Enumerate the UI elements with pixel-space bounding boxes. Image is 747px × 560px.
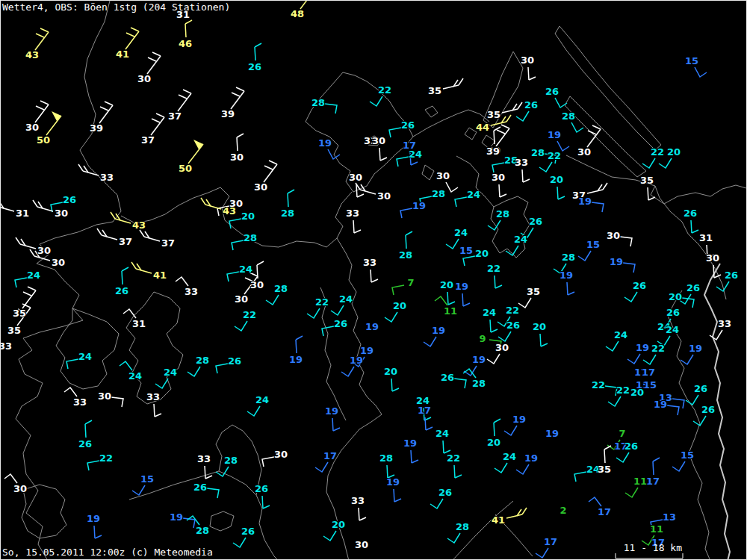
station-value[interactable]: 24 bbox=[454, 228, 468, 237]
station-value[interactable]: 24 bbox=[483, 308, 496, 317]
station-value[interactable]: 13 bbox=[663, 512, 676, 522]
station-value[interactable]: 33 bbox=[351, 496, 365, 505]
station-value[interactable]: 20 bbox=[487, 438, 500, 447]
station-value[interactable]: 30 bbox=[274, 449, 288, 459]
station-value[interactable]: 37 bbox=[168, 111, 182, 121]
station-value[interactable]: 26 bbox=[115, 286, 128, 296]
station-value[interactable]: 26 bbox=[438, 488, 452, 497]
station-value[interactable]: 7 bbox=[407, 278, 414, 287]
station-value[interactable]: 24 bbox=[128, 371, 142, 381]
station-value[interactable]: 26 bbox=[334, 319, 347, 329]
station-value[interactable]: 22 bbox=[447, 453, 460, 463]
station-value[interactable]: 19 bbox=[548, 130, 561, 140]
station-value[interactable]: 31 bbox=[699, 233, 713, 243]
station-value[interactable]: 26 bbox=[63, 195, 76, 205]
station-value[interactable]: 39 bbox=[486, 146, 500, 156]
station-value[interactable]: 19 bbox=[689, 343, 702, 353]
station-value[interactable]: 26 bbox=[248, 62, 261, 72]
station-value[interactable]: 22 bbox=[548, 151, 561, 161]
station-value[interactable]: 48 bbox=[291, 9, 304, 19]
station-value[interactable]: 26 bbox=[441, 373, 454, 382]
station-value[interactable]: 28 bbox=[244, 233, 257, 243]
station-value[interactable]: 35 bbox=[640, 175, 654, 185]
station-value[interactable]: 35 bbox=[527, 287, 540, 296]
station-value[interactable]: 26 bbox=[624, 441, 638, 451]
station-value[interactable]: 28 bbox=[274, 284, 288, 293]
station-value[interactable]: 39 bbox=[221, 109, 235, 119]
station-value[interactable]: 20 bbox=[550, 175, 563, 184]
station-value[interactable]: 30 bbox=[372, 136, 385, 146]
station-value[interactable]: 19 bbox=[560, 270, 573, 280]
station-value[interactable]: 28 bbox=[196, 355, 209, 365]
station-value[interactable]: 44 bbox=[476, 122, 489, 132]
station-value[interactable]: 24 bbox=[503, 452, 516, 461]
station-value[interactable]: 30 bbox=[436, 171, 450, 181]
station-value[interactable]: 43 bbox=[25, 50, 39, 60]
station-value[interactable]: 33 bbox=[346, 208, 359, 218]
station-value[interactable]: 11 bbox=[650, 524, 663, 534]
station-value[interactable]: 22 bbox=[99, 453, 113, 463]
station-value[interactable]: 19 bbox=[512, 414, 526, 424]
station-value[interactable]: 15 bbox=[586, 240, 600, 249]
station-value[interactable]: 22 bbox=[506, 305, 519, 315]
station-value[interactable]: 7 bbox=[619, 429, 625, 438]
station-value[interactable]: 39 bbox=[90, 123, 103, 133]
station-value[interactable]: 28 bbox=[496, 209, 509, 219]
station-value[interactable]: 22 bbox=[243, 310, 256, 320]
station-value[interactable]: 35 bbox=[487, 110, 500, 119]
station-value[interactable]: 19 bbox=[325, 406, 338, 416]
station-value[interactable]: 19 bbox=[386, 477, 400, 487]
station-value[interactable]: 26 bbox=[193, 482, 207, 492]
station-value[interactable]: 26 bbox=[401, 120, 415, 130]
station-value[interactable]: 33 bbox=[197, 454, 211, 464]
station-value[interactable]: 19 bbox=[654, 399, 667, 409]
station-value[interactable]: 20 bbox=[669, 292, 682, 302]
station-value[interactable]: 17 bbox=[642, 367, 655, 377]
station-value[interactable]: 26 bbox=[241, 526, 255, 536]
station-value[interactable]: 24 bbox=[614, 330, 627, 340]
station-value[interactable]: 22 bbox=[487, 264, 500, 273]
station-value[interactable]: 17 bbox=[544, 537, 557, 547]
station-value[interactable]: 19 bbox=[610, 257, 623, 267]
station-value[interactable]: 43 bbox=[132, 220, 146, 230]
station-value[interactable]: 24 bbox=[78, 352, 92, 361]
station-value[interactable]: 20 bbox=[475, 249, 489, 258]
station-value[interactable]: 26 bbox=[686, 283, 700, 293]
station-value[interactable]: 30 bbox=[250, 280, 264, 290]
station-value[interactable]: 19 bbox=[403, 438, 417, 448]
station-value[interactable]: 28 bbox=[432, 189, 445, 199]
station-value[interactable]: 33 bbox=[515, 158, 528, 167]
station-value[interactable]: 15 bbox=[459, 246, 473, 255]
station-value[interactable]: 28 bbox=[379, 453, 393, 463]
station-value[interactable]: 20 bbox=[393, 301, 406, 311]
station-value[interactable]: 22 bbox=[616, 385, 630, 395]
station-value[interactable]: 30 bbox=[25, 122, 39, 132]
station-value[interactable]: 11 bbox=[633, 476, 647, 486]
station-value[interactable]: 50 bbox=[37, 135, 50, 145]
station-value[interactable]: 30 bbox=[254, 182, 267, 192]
station-value[interactable]: 22 bbox=[315, 297, 329, 307]
station-value[interactable]: 30 bbox=[607, 231, 620, 240]
station-value[interactable]: 20 bbox=[440, 280, 453, 290]
station-value[interactable]: 28 bbox=[562, 111, 575, 121]
station-value[interactable]: 22 bbox=[592, 380, 605, 390]
station-value[interactable]: 37 bbox=[141, 135, 155, 145]
station-value[interactable]: 26 bbox=[633, 281, 646, 290]
station-value[interactable]: 20 bbox=[667, 147, 681, 157]
station-value[interactable]: 26 bbox=[78, 439, 92, 449]
station-value[interactable]: 43 bbox=[223, 206, 236, 216]
station-value[interactable]: 19 bbox=[432, 326, 445, 335]
station-value[interactable]: 19 bbox=[318, 138, 332, 148]
station-value[interactable]: 17 bbox=[598, 507, 611, 517]
station-value[interactable]: 30 bbox=[577, 147, 591, 157]
station-value[interactable]: 35 bbox=[13, 308, 26, 318]
station-value[interactable]: 28 bbox=[456, 522, 469, 532]
station-value[interactable]: 30 bbox=[230, 152, 244, 162]
station-value[interactable]: 20 bbox=[241, 211, 255, 221]
station-value[interactable]: 26 bbox=[228, 356, 241, 366]
station-value[interactable]: 30 bbox=[52, 258, 65, 267]
station-value[interactable]: 26 bbox=[725, 270, 738, 280]
station-value[interactable]: 30 bbox=[377, 191, 391, 201]
station-value[interactable]: 26 bbox=[524, 100, 538, 110]
station-value[interactable]: 19 bbox=[578, 196, 592, 206]
